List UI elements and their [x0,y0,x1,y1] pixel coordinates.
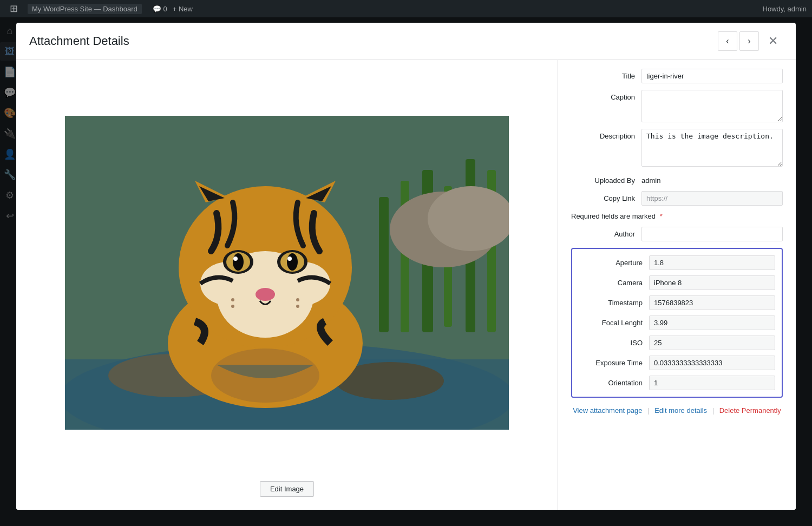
title-label: Title [571,69,641,80]
focal-length-label: Focal Lenght [579,319,649,327]
svg-rect-5 [379,197,389,332]
camera-label: Camera [579,279,649,287]
comment-count: 💬 0 [153,5,167,13]
exif-section: Aperture Camera Timestamp [571,248,783,398]
modal-form-panel: Title Caption Description This is the im… [558,60,796,510]
aperture-input[interactable] [649,255,775,270]
timestamp-row: Timestamp [579,295,775,310]
orientation-label: Orientation [579,379,649,387]
exposure-time-label: Exposure Time [579,359,649,367]
focal-length-input[interactable] [649,315,775,330]
camera-input[interactable] [649,275,775,290]
author-label: Author [571,227,641,238]
svg-point-26 [256,288,275,301]
required-asterisk: * [660,212,663,220]
modal-header: Attachment Details ‹ › ✕ [16,23,796,60]
description-textarea[interactable]: This is the image description. [641,129,783,167]
svg-point-30 [296,305,299,308]
edit-image-button[interactable]: Edit Image [260,481,314,497]
timestamp-input[interactable] [649,295,775,310]
modal-title: Attachment Details [29,34,718,48]
caption-textarea[interactable] [641,90,783,122]
edit-more-details-link[interactable]: Edit more details [654,406,707,415]
user-greeting: Howdy, admin [763,5,807,13]
site-name[interactable]: My WordPress Site — Dashboard [28,4,142,14]
orientation-input[interactable] [649,376,775,390]
view-attachment-link[interactable]: View attachment page [573,406,642,415]
author-row: Author [571,227,783,241]
modal-close-btn[interactable]: ✕ [763,31,783,51]
admin-bar: ⊞ My WordPress Site — Dashboard 💬 0 + Ne… [0,0,812,17]
svg-point-29 [296,298,299,301]
new-item-btn[interactable]: + New [173,5,193,13]
description-label: Description [571,129,641,140]
aperture-row: Aperture [579,255,775,270]
modal-prev-btn[interactable]: ‹ [718,31,737,51]
copy-link-label: Copy Link [571,191,641,202]
svg-point-25 [287,257,292,261]
description-row: Description This is the image descriptio… [571,129,783,167]
wp-logo: ⊞ [5,3,22,15]
separator-2: | [712,406,714,415]
modal-image-panel: Edit Image [16,60,558,510]
exposure-time-input[interactable] [649,356,775,370]
focal-length-row: Focal Lenght [579,315,775,330]
iso-row: ISO [579,336,775,350]
iso-input[interactable] [649,336,775,350]
caption-row: Caption [571,90,783,122]
modal-nav: ‹ › [718,31,759,51]
orientation-row: Orientation [579,376,775,390]
timestamp-label: Timestamp [579,299,649,307]
aperture-label: Aperture [579,259,649,267]
title-row: Title [571,69,783,83]
edit-image-btn-container: Edit Image [260,481,314,497]
copy-link-row: Copy Link [571,191,783,206]
copy-link-input[interactable] [641,191,783,206]
attachment-details-modal: Attachment Details ‹ › ✕ [16,23,796,510]
uploaded-by-label: Uploaded By [571,173,641,185]
svg-point-28 [231,305,234,308]
uploaded-by-row: Uploaded By admin [571,173,783,185]
modal-body: Edit Image Title Caption Description [16,60,796,510]
svg-point-27 [231,298,234,301]
attachment-image [65,116,509,430]
svg-point-23 [287,253,298,271]
iso-label: ISO [579,339,649,347]
image-container [65,73,509,472]
title-input[interactable] [641,69,783,83]
modal-overlay: Attachment Details ‹ › ✕ [0,0,812,526]
svg-point-24 [233,257,238,261]
svg-point-22 [233,253,244,271]
author-input[interactable] [641,227,783,241]
uploaded-by-value: admin [641,173,783,185]
required-note: Required fields are marked [571,212,656,220]
exposure-time-row: Exposure Time [579,356,775,370]
camera-row: Camera [579,275,775,290]
delete-permanently-link[interactable]: Delete Permanently [719,406,781,415]
modal-next-btn[interactable]: › [739,31,759,51]
caption-label: Caption [571,90,641,101]
separator-1: | [647,406,649,415]
form-footer: View attachment page | Edit more details… [571,406,783,415]
